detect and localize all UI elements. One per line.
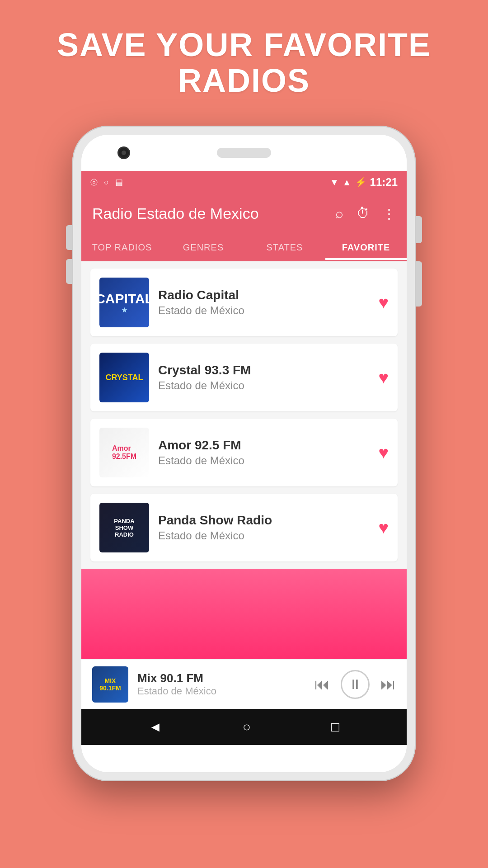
player-info: Mix 90.1 FM Estado de México [137,671,305,697]
volume-up-button[interactable] [66,225,72,250]
status-left: ⦾ ○ ▤ [90,177,123,188]
capital-logo: CAPITAL ★ [99,278,149,327]
favorite-button-2[interactable]: ♥ [378,368,389,387]
record-icon: ○ [104,178,109,187]
phone-frame: ⦾ ○ ▤ ▼ ▲ ⚡ 11:21 Radio Estado de Mexico… [72,126,416,781]
phone-bezel-top [81,135,407,171]
status-right: ▼ ▲ ⚡ 11:21 [330,176,398,189]
crystal-logo: CRYSTAL [99,353,149,402]
player-logo: MIX90.1FM [92,666,128,703]
player-name: Mix 90.1 FM [137,671,305,685]
radio-logo-4: PANDASHOWRADIO [99,503,149,552]
app-bar-title: Radio Estado de Mexico [92,205,259,222]
radio-card-3[interactable]: Amor92.5FM Amor 92.5 FM Estado de México… [90,419,398,486]
app-bar-icons: ⌕ ⏱ ⋮ [335,206,396,222]
app-bar: Radio Estado de Mexico ⌕ ⏱ ⋮ [81,193,407,233]
radio-logo-3: Amor92.5FM [99,428,149,477]
tab-top-radios[interactable]: TOP RADIOS [81,233,163,260]
more-button[interactable]: ⋮ [382,206,396,222]
radio-location-1: Estado de México [158,304,369,317]
player-gradient-area [81,569,407,659]
player-controls: ⏮ ⏸ ⏭ [314,670,396,699]
radio-info-3: Amor 92.5 FM Estado de México [158,438,369,467]
radio-name-2: Crystal 93.3 FM [158,363,369,377]
amor-logo: Amor92.5FM [99,428,149,477]
radio-info-2: Crystal 93.3 FM Estado de México [158,363,369,392]
left-side-buttons [66,225,72,284]
hero-text: SAVE YOUR FAVORITE RADIOS [57,27,431,99]
hero-line1: SAVE YOUR FAVORITE [57,27,431,63]
radio-logo-1: CAPITAL ★ [99,278,149,327]
radio-status-icon: ⦾ [90,177,98,188]
radio-card-2[interactable]: CRYSTAL Crystal 93.3 FM Estado de México… [90,344,398,411]
phone-outer: ⦾ ○ ▤ ▼ ▲ ⚡ 11:21 Radio Estado de Mexico… [72,126,416,781]
tab-favorite[interactable]: FAVORITE [325,233,407,260]
radio-info-1: Radio Capital Estado de México [158,288,369,317]
status-bar: ⦾ ○ ▤ ▼ ▲ ⚡ 11:21 [81,171,407,193]
radio-card-4[interactable]: PANDASHOWRADIO Panda Show Radio Estado d… [90,494,398,561]
front-camera [117,146,130,159]
wifi-icon: ▼ [330,177,339,188]
next-button[interactable]: ⏭ [380,675,396,693]
radio-card-1[interactable]: CAPITAL ★ Radio Capital Estado de México… [90,269,398,336]
battery-icon: ⚡ [355,177,366,188]
pause-button[interactable]: ⏸ [341,670,370,699]
radio-name-4: Panda Show Radio [158,513,369,528]
timer-button[interactable]: ⏱ [356,206,370,221]
radio-name-1: Radio Capital [158,288,369,302]
back-button[interactable]: ◄ [149,719,162,735]
content-area: CAPITAL ★ Radio Capital Estado de México… [81,261,407,659]
earpiece-speaker [217,148,271,158]
radio-location-2: Estado de México [158,379,369,392]
player-bar: MIX90.1FM Mix 90.1 FM Estado de México ⏮… [81,659,407,709]
radio-logo-2: CRYSTAL [99,353,149,402]
radio-name-3: Amor 92.5 FM [158,438,369,453]
hero-line2: RADIOS [57,63,431,99]
radio-location-4: Estado de México [158,529,369,542]
favorite-button-1[interactable]: ♥ [378,293,389,312]
player-location: Estado de México [137,685,305,697]
phone-bezel-bottom [81,745,407,772]
volume-down-button[interactable] [66,259,72,284]
time-display: 11:21 [370,176,398,189]
favorite-button-4[interactable]: ♥ [378,518,389,538]
panda-logo: PANDASHOWRADIO [99,503,149,552]
home-button[interactable]: ○ [243,719,251,735]
favorite-button-3[interactable]: ♥ [378,443,389,462]
radio-location-3: Estado de México [158,454,369,467]
tab-states[interactable]: STATES [244,233,325,260]
sd-card-icon: ▤ [115,177,123,187]
recent-button[interactable]: □ [331,719,339,735]
search-button[interactable]: ⌕ [335,206,343,221]
tab-genres[interactable]: GENRES [163,233,244,260]
android-nav-bar: ◄ ○ □ [81,709,407,745]
prev-button[interactable]: ⏮ [314,675,330,693]
signal-icon: ▲ [343,177,352,188]
phone-screen: ⦾ ○ ▤ ▼ ▲ ⚡ 11:21 Radio Estado de Mexico… [81,135,407,772]
tabs-bar: TOP RADIOS GENRES STATES FAVORITE [81,233,407,261]
radio-info-4: Panda Show Radio Estado de México [158,513,369,542]
